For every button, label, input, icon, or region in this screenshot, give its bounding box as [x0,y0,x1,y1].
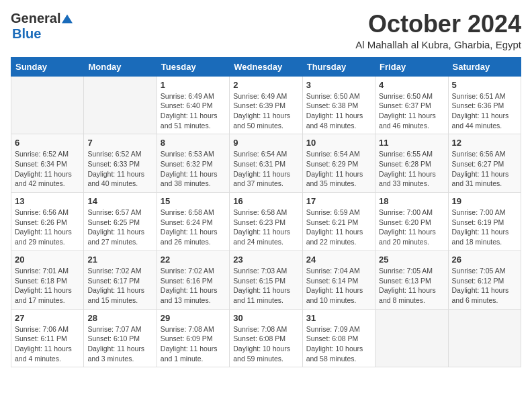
calendar-day-cell: 17Sunrise: 6:59 AM Sunset: 6:21 PM Dayli… [302,193,375,251]
calendar-day-header: Monday [84,57,157,76]
calendar-day-cell: 3Sunrise: 6:50 AM Sunset: 6:38 PM Daylig… [302,76,375,134]
day-number: 28 [87,313,152,323]
calendar-day-cell: 24Sunrise: 7:04 AM Sunset: 6:14 PM Dayli… [302,250,375,309]
day-info: Sunrise: 7:01 AM Sunset: 6:18 PM Dayligh… [15,266,80,306]
calendar-day-cell: 11Sunrise: 6:55 AM Sunset: 6:28 PM Dayli… [375,134,448,193]
calendar-day-cell: 29Sunrise: 7:08 AM Sunset: 6:09 PM Dayli… [157,309,229,367]
day-number: 21 [87,255,152,265]
day-info: Sunrise: 6:50 AM Sunset: 6:38 PM Dayligh… [306,91,371,131]
calendar-week-row: 27Sunrise: 7:06 AM Sunset: 6:11 PM Dayli… [11,309,521,367]
logo: General Blue [11,11,73,42]
calendar-day-cell: 28Sunrise: 7:07 AM Sunset: 6:10 PM Dayli… [84,309,157,367]
day-info: Sunrise: 7:06 AM Sunset: 6:11 PM Dayligh… [15,324,80,364]
day-number: 20 [15,255,80,265]
calendar-day-cell [375,309,448,367]
day-number: 6 [15,138,80,148]
day-number: 11 [379,138,444,148]
day-number: 12 [452,138,517,148]
month-title: October 2024 [355,11,521,38]
day-info: Sunrise: 6:49 AM Sunset: 6:40 PM Dayligh… [161,91,226,131]
day-number: 3 [306,80,371,90]
calendar-day-header: Friday [375,57,448,76]
calendar-day-cell [448,309,521,367]
day-number: 22 [161,255,226,265]
calendar-day-cell: 18Sunrise: 7:00 AM Sunset: 6:20 PM Dayli… [375,193,448,251]
calendar-day-cell: 12Sunrise: 6:56 AM Sunset: 6:27 PM Dayli… [448,134,521,193]
day-info: Sunrise: 6:58 AM Sunset: 6:24 PM Dayligh… [161,208,226,247]
calendar-day-header: Saturday [448,57,521,76]
calendar-day-cell: 6Sunrise: 6:52 AM Sunset: 6:34 PM Daylig… [11,134,84,193]
calendar-day-cell: 10Sunrise: 6:54 AM Sunset: 6:29 PM Dayli… [302,134,375,193]
day-number: 27 [15,313,80,323]
day-number: 24 [306,255,371,265]
day-info: Sunrise: 7:07 AM Sunset: 6:10 PM Dayligh… [87,324,152,364]
calendar-day-cell: 22Sunrise: 7:02 AM Sunset: 6:16 PM Dayli… [157,250,229,309]
calendar-day-cell: 25Sunrise: 7:05 AM Sunset: 6:13 PM Dayli… [375,250,448,309]
calendar-day-header: Sunday [11,57,84,76]
calendar-table: SundayMondayTuesdayWednesdayThursdayFrid… [11,57,521,368]
day-number: 10 [306,138,371,148]
page-header: General Blue October 2024 Al Mahallah al… [11,11,521,50]
day-info: Sunrise: 6:56 AM Sunset: 6:26 PM Dayligh… [15,208,80,247]
calendar-day-cell: 30Sunrise: 7:08 AM Sunset: 6:08 PM Dayli… [230,309,302,367]
day-info: Sunrise: 7:09 AM Sunset: 6:08 PM Dayligh… [306,324,371,364]
day-number: 23 [233,255,298,265]
day-number: 4 [379,80,444,90]
day-info: Sunrise: 6:56 AM Sunset: 6:27 PM Dayligh… [452,149,517,189]
calendar-day-cell: 31Sunrise: 7:09 AM Sunset: 6:08 PM Dayli… [302,309,375,367]
calendar-day-cell: 26Sunrise: 7:05 AM Sunset: 6:12 PM Dayli… [448,250,521,309]
day-info: Sunrise: 7:02 AM Sunset: 6:16 PM Dayligh… [161,266,226,306]
calendar-day-cell: 8Sunrise: 6:53 AM Sunset: 6:32 PM Daylig… [157,134,229,193]
calendar-day-header: Wednesday [230,57,302,76]
day-info: Sunrise: 6:53 AM Sunset: 6:32 PM Dayligh… [161,149,226,189]
day-number: 16 [233,196,298,206]
day-info: Sunrise: 6:49 AM Sunset: 6:39 PM Dayligh… [233,91,298,131]
calendar-day-cell: 2Sunrise: 6:49 AM Sunset: 6:39 PM Daylig… [230,76,302,134]
calendar-day-cell: 21Sunrise: 7:02 AM Sunset: 6:17 PM Dayli… [84,250,157,309]
logo-blue-text: Blue [12,26,41,41]
calendar-day-cell: 14Sunrise: 6:57 AM Sunset: 6:25 PM Dayli… [84,193,157,251]
day-number: 9 [233,138,298,148]
day-number: 15 [161,196,226,206]
day-number: 17 [306,196,371,206]
calendar-day-cell: 20Sunrise: 7:01 AM Sunset: 6:18 PM Dayli… [11,250,84,309]
day-number: 19 [452,196,517,206]
day-number: 2 [233,80,298,90]
day-info: Sunrise: 7:00 AM Sunset: 6:20 PM Dayligh… [379,208,444,247]
calendar-day-cell: 16Sunrise: 6:58 AM Sunset: 6:23 PM Dayli… [230,193,302,251]
day-info: Sunrise: 6:52 AM Sunset: 6:34 PM Dayligh… [15,149,80,189]
day-number: 18 [379,196,444,206]
day-info: Sunrise: 7:08 AM Sunset: 6:08 PM Dayligh… [233,324,298,364]
calendar-day-cell: 15Sunrise: 6:58 AM Sunset: 6:24 PM Dayli… [157,193,229,251]
calendar-day-cell [84,76,157,134]
calendar-week-row: 13Sunrise: 6:56 AM Sunset: 6:26 PM Dayli… [11,193,521,251]
logo-icon [62,13,73,24]
day-info: Sunrise: 7:05 AM Sunset: 6:13 PM Dayligh… [379,266,444,306]
logo-general-text: General [11,11,60,26]
day-info: Sunrise: 7:05 AM Sunset: 6:12 PM Dayligh… [452,266,517,306]
day-number: 25 [379,255,444,265]
day-info: Sunrise: 6:57 AM Sunset: 6:25 PM Dayligh… [87,208,152,247]
calendar-day-cell: 5Sunrise: 6:51 AM Sunset: 6:36 PM Daylig… [448,76,521,134]
day-info: Sunrise: 7:03 AM Sunset: 6:15 PM Dayligh… [233,266,298,306]
calendar-day-cell: 7Sunrise: 6:52 AM Sunset: 6:33 PM Daylig… [84,134,157,193]
calendar-day-cell [11,76,84,134]
calendar-week-row: 20Sunrise: 7:01 AM Sunset: 6:18 PM Dayli… [11,250,521,309]
day-number: 1 [161,80,226,90]
calendar-day-header: Thursday [302,57,375,76]
day-number: 5 [452,80,517,90]
calendar-day-cell: 19Sunrise: 7:00 AM Sunset: 6:19 PM Dayli… [448,193,521,251]
day-number: 29 [161,313,226,323]
title-area: October 2024 Al Mahallah al Kubra, Gharb… [355,11,521,50]
day-number: 8 [161,138,226,148]
calendar-header-row: SundayMondayTuesdayWednesdayThursdayFrid… [11,57,521,76]
day-info: Sunrise: 6:59 AM Sunset: 6:21 PM Dayligh… [306,208,371,247]
day-number: 7 [87,138,152,148]
calendar-day-cell: 27Sunrise: 7:06 AM Sunset: 6:11 PM Dayli… [11,309,84,367]
calendar-day-cell: 13Sunrise: 6:56 AM Sunset: 6:26 PM Dayli… [11,193,84,251]
calendar-week-row: 6Sunrise: 6:52 AM Sunset: 6:34 PM Daylig… [11,134,521,193]
day-info: Sunrise: 6:51 AM Sunset: 6:36 PM Dayligh… [452,91,517,131]
day-info: Sunrise: 7:04 AM Sunset: 6:14 PM Dayligh… [306,266,371,306]
location-subtitle: Al Mahallah al Kubra, Gharbia, Egypt [355,39,521,50]
day-info: Sunrise: 6:54 AM Sunset: 6:29 PM Dayligh… [306,149,371,189]
